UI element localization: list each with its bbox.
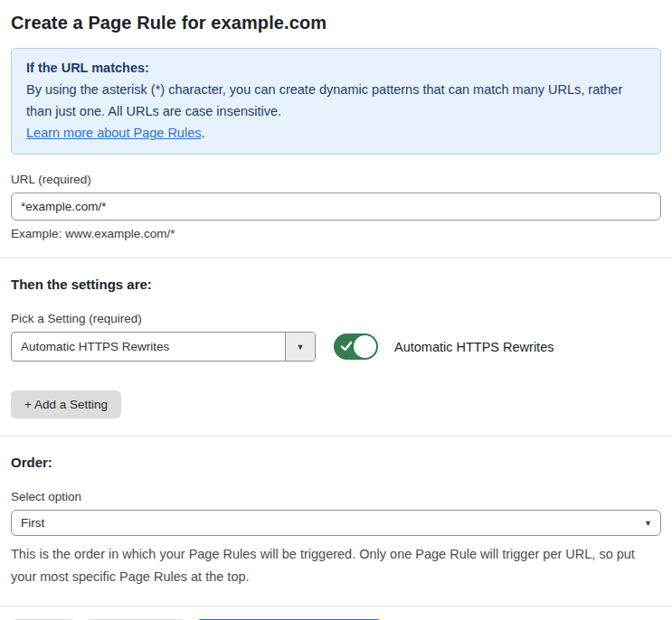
order-section-heading: Order:: [11, 455, 661, 470]
info-box-heading: If the URL matches:: [26, 57, 646, 79]
order-select-value: First: [21, 516, 44, 530]
pick-setting-label: Pick a Setting (required): [11, 312, 661, 325]
toggle-label: Automatic HTTPS Rewrites: [394, 340, 554, 354]
url-matches-info-box: If the URL matches: By using the asteris…: [11, 48, 661, 155]
url-input[interactable]: [11, 193, 661, 221]
divider: [0, 436, 672, 437]
setting-row: Automatic HTTPS Rewrites ▼ Automatic HTT…: [11, 332, 661, 362]
https-rewrites-toggle[interactable]: [334, 333, 378, 360]
settings-section-heading: Then the settings are:: [11, 277, 661, 292]
page-rule-form: Create a Page Rule for example.com If th…: [0, 0, 672, 620]
toggle-knob: [354, 335, 376, 358]
divider: [0, 258, 672, 258]
setting-dropdown-arrow-button[interactable]: ▼: [285, 333, 315, 361]
url-example-hint: Example: www.example.com/*: [11, 227, 661, 240]
url-field-label: URL (required): [11, 173, 661, 186]
order-help-text: This is the order in which your Page Rul…: [11, 543, 661, 588]
link-suffix: .: [201, 126, 204, 140]
order-select-label: Select option: [11, 490, 661, 503]
setting-dropdown-value: Automatic HTTPS Rewrites: [12, 333, 285, 361]
page-title: Create a Page Rule for example.com: [11, 13, 661, 33]
divider: [0, 606, 672, 606]
setting-dropdown[interactable]: Automatic HTTPS Rewrites ▼: [11, 332, 316, 362]
learn-more-link[interactable]: Learn more about Page Rules: [26, 126, 201, 140]
check-icon: [340, 340, 353, 352]
info-box-body: By using the asterisk (*) character, you…: [26, 79, 646, 122]
order-select[interactable]: First ▼: [11, 510, 661, 536]
chevron-down-icon: ▼: [644, 519, 652, 528]
add-setting-button[interactable]: + Add a Setting: [11, 390, 121, 418]
chevron-down-icon: ▼: [297, 343, 305, 352]
info-box-link-line: Learn more about Page Rules.: [26, 122, 646, 144]
